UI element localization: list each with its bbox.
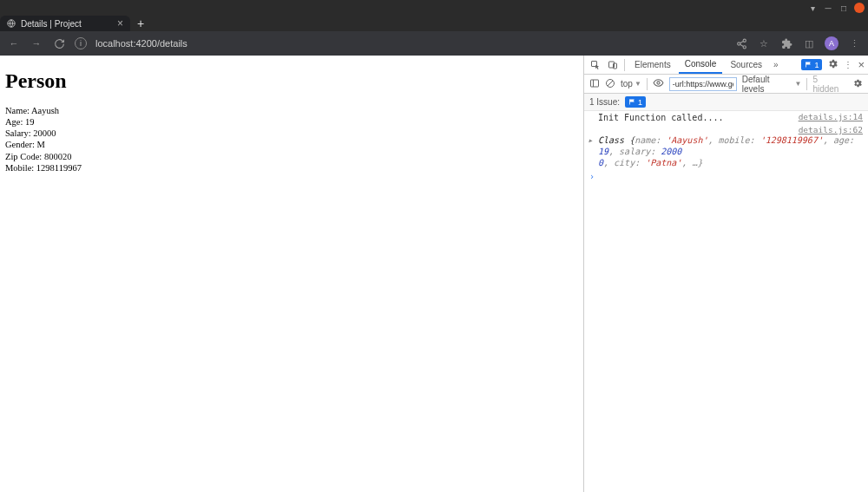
new-tab-button[interactable]: + xyxy=(130,16,151,31)
profile-avatar[interactable]: A xyxy=(825,36,838,50)
context-selector[interactable]: top ▼ xyxy=(621,79,641,89)
extensions-icon[interactable] xyxy=(779,38,793,49)
log-message: Init Function called.... xyxy=(598,113,724,122)
devtools-close-icon[interactable]: × xyxy=(858,58,865,71)
svg-point-1 xyxy=(743,39,746,42)
tab-console[interactable]: Console xyxy=(679,56,723,74)
site-info-icon[interactable]: i xyxy=(75,37,87,49)
page-viewport: Person Name: Aayush Age: 19 Salary: 2000… xyxy=(0,56,583,492)
more-tabs-icon[interactable]: » xyxy=(770,60,782,69)
console-prompt[interactable]: › xyxy=(584,169,868,184)
console-log-source: details.js:62 xyxy=(584,124,868,134)
page-title: Person xyxy=(5,69,578,93)
minimize-icon[interactable]: ─ xyxy=(823,3,833,13)
person-gender: Gender: M xyxy=(5,139,578,150)
log-source-link[interactable]: details.js:14 xyxy=(799,112,863,122)
error-badge[interactable]: 1 xyxy=(801,59,822,70)
window-titlebar: ▾ ─ □ xyxy=(0,0,868,16)
globe-icon xyxy=(7,19,16,28)
tab-title: Details | Project xyxy=(21,19,82,29)
console-body: details.js:14 Init Function called.... d… xyxy=(584,111,868,492)
svg-point-3 xyxy=(743,45,746,48)
hidden-count[interactable]: 5 hidden xyxy=(812,75,845,94)
sidebar-toggle-icon[interactable] xyxy=(589,78,600,90)
forward-icon[interactable]: → xyxy=(30,38,43,49)
browser-tab[interactable]: Details | Project × xyxy=(0,16,130,31)
browser-address-bar: ← → i localhost:4200/details ☆ ◫ A ⋮ xyxy=(0,31,868,56)
devtools-panel: Elements Console Sources » 1 ⋮ × xyxy=(583,56,868,492)
tab-close-icon[interactable]: × xyxy=(117,17,123,30)
svg-point-2 xyxy=(737,42,740,44)
chevron-down-icon[interactable]: ▾ xyxy=(807,3,818,13)
levels-selector[interactable]: Default levels ▼ xyxy=(742,75,802,94)
person-salary: Salary: 20000 xyxy=(5,128,578,139)
person-age: Age: 19 xyxy=(5,116,578,128)
device-toggle-icon[interactable] xyxy=(605,57,621,73)
bookmark-icon[interactable]: ☆ xyxy=(757,38,771,49)
close-icon[interactable] xyxy=(854,3,865,13)
console-toolbar: top ▼ Default levels ▼ 5 hidden xyxy=(584,75,868,94)
console-filter-input[interactable] xyxy=(669,77,737,91)
person-name: Name: Aayush xyxy=(5,105,578,116)
clear-console-icon[interactable] xyxy=(605,78,615,90)
reload-icon[interactable] xyxy=(52,38,66,49)
menu-icon[interactable]: ⋮ xyxy=(847,38,861,49)
chevron-down-icon: ▼ xyxy=(794,80,801,88)
console-log-line: details.js:14 Init Function called.... xyxy=(584,111,868,124)
eye-icon[interactable] xyxy=(653,77,664,90)
console-settings-icon[interactable] xyxy=(852,78,863,90)
panel-icon[interactable]: ◫ xyxy=(802,38,816,49)
svg-rect-7 xyxy=(591,80,599,87)
svg-point-9 xyxy=(657,82,660,84)
expander-icon[interactable]: ▸ xyxy=(588,134,593,146)
browser-tabstrip: Details | Project × + xyxy=(0,16,868,31)
back-icon[interactable]: ← xyxy=(7,38,21,49)
kebab-icon[interactable]: ⋮ xyxy=(844,60,852,69)
person-zip: Zip Code: 800020 xyxy=(5,151,578,162)
settings-icon[interactable] xyxy=(827,58,838,71)
tab-elements[interactable]: Elements xyxy=(628,56,677,73)
devtools-tabs: Elements Console Sources » 1 ⋮ × xyxy=(584,56,868,75)
issues-bar[interactable]: 1 Issue: 1 xyxy=(584,94,868,111)
share-icon[interactable] xyxy=(734,38,748,49)
person-mobile: Mobile: 1298119967 xyxy=(5,162,578,174)
maximize-icon[interactable]: □ xyxy=(838,3,849,13)
url-text[interactable]: localhost:4200/details xyxy=(95,38,726,49)
tab-sources[interactable]: Sources xyxy=(724,56,768,73)
issues-badge: 1 xyxy=(625,96,646,108)
chevron-down-icon: ▼ xyxy=(635,80,641,88)
issues-label: 1 Issue: xyxy=(589,97,620,107)
inspect-icon[interactable] xyxy=(588,57,603,73)
console-object-line[interactable]: ▸ Class {name: 'Aayush', mobile: '129811… xyxy=(584,134,868,169)
